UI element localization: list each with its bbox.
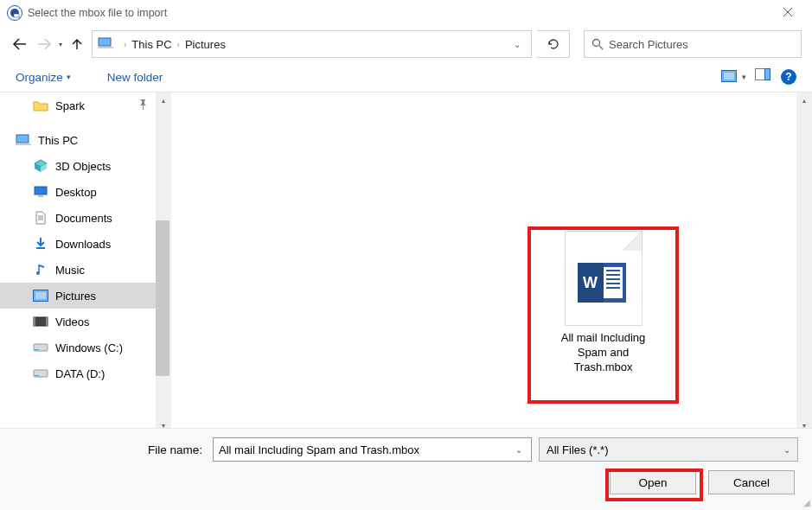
- tree-item-3d-objects[interactable]: 3D Objects: [0, 153, 156, 179]
- app-icon: [7, 5, 22, 21]
- navigation-tree: Spark This PC 3D Objects Desktop Documen…: [0, 92, 156, 433]
- tree-item-music[interactable]: Music: [0, 257, 156, 283]
- svg-rect-4: [98, 47, 113, 48]
- desktop-icon: [33, 185, 48, 199]
- drive-icon: [33, 341, 48, 354]
- bottom-panel: File name: ⌄ All Files (*.*) ⌄ Open Canc…: [0, 428, 812, 510]
- svg-rect-11: [16, 135, 29, 143]
- preview-pane-button[interactable]: [755, 68, 772, 86]
- scroll-up-icon[interactable]: ▴: [796, 92, 812, 108]
- sidebar-scrollbar[interactable]: ▴ ▾: [156, 92, 171, 433]
- help-button[interactable]: ?: [781, 69, 796, 85]
- pc-icon: [16, 133, 31, 147]
- chevron-right-icon: ›: [124, 40, 126, 49]
- organize-menu[interactable]: Organize ▾: [16, 71, 71, 84]
- tree-item-videos[interactable]: Videos: [0, 309, 156, 335]
- titlebar: Select the mbox file to import: [0, 0, 812, 26]
- filetype-label: All Files (*.*): [547, 443, 609, 456]
- chevron-right-icon: ›: [177, 40, 180, 49]
- forward-button[interactable]: [35, 35, 54, 54]
- svg-point-8: [732, 73, 734, 76]
- resize-grip[interactable]: ◢: [800, 498, 810, 508]
- back-button[interactable]: [10, 35, 29, 54]
- tree-label: Windows (C:): [55, 341, 123, 354]
- tree-label: Downloads: [55, 238, 111, 251]
- content-scrollbar[interactable]: ▴ ▾: [796, 92, 812, 433]
- drive-icon: [33, 367, 48, 380]
- tree-item-drive-d[interactable]: DATA (D:): [0, 360, 156, 386]
- search-input[interactable]: [609, 38, 794, 51]
- document-icon: [33, 211, 48, 225]
- svg-rect-2: [14, 14, 19, 17]
- search-box[interactable]: [584, 30, 802, 58]
- chevron-down-icon: ⌄: [783, 445, 790, 455]
- svg-rect-12: [16, 143, 31, 145]
- svg-rect-15: [36, 247, 45, 249]
- tree-item-pictures[interactable]: Pictures: [0, 283, 156, 309]
- svg-rect-14: [38, 195, 43, 197]
- svg-rect-21: [34, 317, 35, 326]
- svg-point-16: [36, 271, 40, 275]
- view-mode-button[interactable]: ▾: [721, 70, 746, 84]
- new-folder-button[interactable]: New folder: [107, 71, 163, 84]
- main-area: Spark This PC 3D Objects Desktop Documen…: [0, 92, 812, 433]
- filename-input[interactable]: [219, 443, 512, 456]
- organize-label: Organize: [16, 71, 63, 84]
- pin-icon: [138, 99, 147, 112]
- svg-point-5: [593, 40, 600, 47]
- download-icon: [33, 237, 48, 251]
- tree-item-documents[interactable]: Documents: [0, 205, 156, 231]
- scroll-up-icon[interactable]: ▴: [156, 92, 171, 108]
- filename-combobox[interactable]: ⌄: [213, 437, 532, 462]
- filetype-dropdown[interactable]: All Files (*.*) ⌄: [539, 437, 798, 462]
- toolbar: Organize ▾ New folder ▾ ?: [0, 62, 812, 92]
- search-icon: [591, 38, 604, 50]
- tree-label: Pictures: [55, 290, 96, 303]
- open-button[interactable]: Open: [610, 470, 696, 494]
- chevron-down-icon[interactable]: ⌄: [512, 445, 526, 455]
- tree-item-desktop[interactable]: Desktop: [0, 179, 156, 205]
- tree-label: Spark: [55, 99, 85, 112]
- svg-rect-10: [765, 69, 770, 80]
- file-label: All mail Including Spam and Trash.mbox: [561, 331, 646, 375]
- up-button[interactable]: [67, 35, 86, 54]
- tree-label: Music: [55, 264, 85, 277]
- scrollbar-thumb[interactable]: [156, 220, 169, 376]
- folder-icon: [33, 99, 48, 112]
- breadcrumb[interactable]: › This PC › Pictures ⌄: [92, 30, 532, 58]
- close-button[interactable]: [770, 6, 805, 20]
- cube-icon: [33, 159, 48, 173]
- tree-label: Documents: [55, 212, 112, 225]
- tree-item-drive-c[interactable]: Windows (C:): [0, 335, 156, 360]
- recent-locations-dropdown[interactable]: ▾: [59, 41, 62, 48]
- refresh-button[interactable]: [537, 30, 570, 58]
- filename-label: File name:: [14, 443, 206, 456]
- tree-label: 3D Objects: [55, 160, 111, 173]
- window-title: Select the mbox file to import: [28, 7, 770, 19]
- cancel-button[interactable]: Cancel: [708, 470, 795, 494]
- svg-rect-24: [35, 349, 39, 350]
- svg-rect-20: [34, 317, 48, 326]
- svg-rect-13: [35, 187, 47, 194]
- svg-rect-3: [99, 38, 111, 46]
- tree-item-downloads[interactable]: Downloads: [0, 231, 156, 257]
- video-icon: [33, 315, 48, 328]
- pictures-icon: [33, 289, 48, 303]
- file-icon: W: [565, 231, 643, 326]
- svg-rect-22: [46, 317, 48, 326]
- breadcrumb-dropdown[interactable]: ⌄: [508, 40, 526, 49]
- breadcrumb-item[interactable]: Pictures: [185, 38, 226, 51]
- music-icon: [33, 263, 48, 277]
- tree-label: Videos: [55, 316, 90, 328]
- tree-label: DATA (D:): [55, 367, 105, 380]
- breadcrumb-item[interactable]: This PC: [131, 38, 171, 51]
- navigation-bar: ▾ › This PC › Pictures ⌄: [0, 26, 812, 62]
- file-item[interactable]: W All mail Including Spam and Trash.mbox: [536, 231, 670, 375]
- tree-label: Desktop: [55, 186, 97, 199]
- tree-label: This PC: [38, 134, 78, 147]
- tree-item-this-pc[interactable]: This PC: [0, 127, 156, 153]
- tree-item-spark[interactable]: Spark: [0, 92, 156, 118]
- file-list[interactable]: W All mail Including Spam and Trash.mbox: [171, 92, 796, 433]
- svg-point-19: [43, 293, 46, 296]
- pc-icon: [98, 37, 113, 52]
